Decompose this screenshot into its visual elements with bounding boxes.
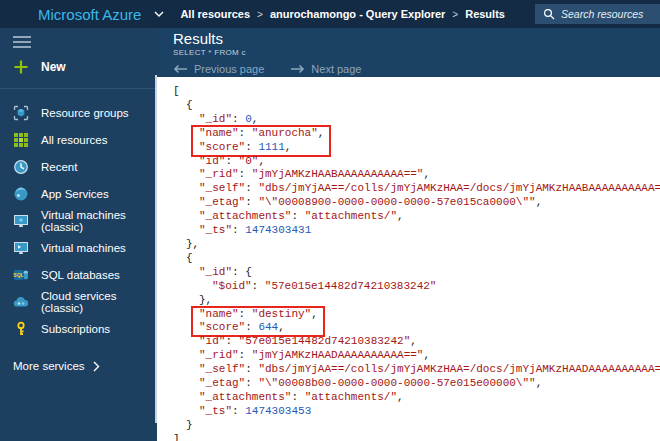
sidebar-divider: [0, 88, 157, 89]
sidebar-item-label: Resource groups: [41, 107, 129, 119]
search-input[interactable]: [561, 8, 656, 20]
json-line: "score": 1111,: [199, 141, 324, 155]
sidebar-nav: Resource groups All resources Recent: [0, 99, 157, 342]
sidebar-item-more-services[interactable]: More services: [0, 354, 157, 378]
json-line: },: [173, 238, 660, 252]
sidebar-item-app-services[interactable]: App Services: [0, 180, 157, 207]
json-line: "score": 644,: [199, 321, 318, 335]
sidebar-item-label: Subscriptions: [41, 323, 110, 335]
arrow-left-icon: [173, 64, 188, 74]
json-line: {: [173, 99, 660, 113]
arrow-right-icon: [290, 64, 305, 74]
cloud-services-icon: [13, 294, 29, 310]
json-line: "_rid": "jmYjAMKzHAADAAAAAAAAAA==",: [173, 349, 660, 363]
sidebar-item-all-resources[interactable]: All resources: [0, 126, 157, 153]
sql-databases-icon: SQL: [13, 267, 29, 283]
json-line: "id": "0",: [173, 155, 660, 169]
sidebar-item-virtual-machines-classic[interactable]: Virtual machines (classic): [0, 207, 157, 234]
sidebar-item-label: SQL databases: [41, 269, 120, 281]
paging-controls: Previous page Next page: [173, 63, 660, 75]
json-line: "_attachments": "attachments/",: [173, 210, 660, 224]
sidebar-item-virtual-machines[interactable]: Virtual machines: [0, 234, 157, 261]
json-line: }: [173, 419, 660, 433]
json-line: {: [173, 252, 660, 266]
results-blade-header: Results SELECT * FROM c Previous page Ne…: [157, 28, 660, 77]
json-line: "name": "anurocha",: [199, 127, 324, 141]
json-line: ]: [173, 433, 660, 441]
json-line: "_ts": 1474303453: [173, 405, 660, 419]
json-line: "_rid": "jmYjAMKzHAABAAAAAAAAAA==",: [173, 168, 660, 182]
json-line: "_ts": 1474303431: [173, 224, 660, 238]
hamburger-menu-icon[interactable]: [13, 36, 31, 48]
vm-icon: [13, 240, 29, 256]
sidebar-item-label: All resources: [41, 134, 107, 146]
resource-groups-icon: [13, 105, 29, 121]
sidebar-item-cloud-services-classic[interactable]: Cloud services (classic): [0, 288, 157, 315]
json-line: "_id": 0,: [173, 113, 660, 127]
previous-page-button[interactable]: Previous page: [173, 63, 264, 75]
json-line: "_etag": "\"00008b00-0000-0000-0000-57e0…: [173, 377, 660, 391]
breadcrumb-separator-icon: >: [257, 9, 263, 20]
json-line: "_etag": "\"00008900-0000-0000-0000-57e0…: [173, 196, 660, 210]
azure-logo[interactable]: Microsoft Azure: [38, 6, 141, 23]
sidebar-item-recent[interactable]: Recent: [0, 153, 157, 180]
json-line: "_id": {: [173, 266, 660, 280]
page-title: Results: [173, 30, 660, 47]
subscriptions-icon: [13, 321, 29, 337]
search-icon: [543, 8, 555, 20]
next-page-label: Next page: [311, 63, 361, 75]
sidebar-item-sql-databases[interactable]: SQL SQL databases: [0, 261, 157, 288]
query-text: SELECT * FROM c: [173, 48, 660, 57]
highlight-box: "name": "anurocha","score": 1111,: [191, 125, 331, 157]
breadcrumb-item-all-resources[interactable]: All resources: [180, 8, 250, 20]
breadcrumb-item-results[interactable]: Results: [465, 8, 505, 20]
sidebar-item-resource-groups[interactable]: Resource groups: [0, 99, 157, 126]
json-line: "_self": "dbs/jmYjAA==/colls/jmYjAMKzHAA…: [173, 182, 660, 196]
json-line: "name": "destiny",: [199, 308, 318, 322]
sidebar-item-label: Virtual machines: [41, 242, 126, 254]
sidebar-item-new[interactable]: New: [0, 48, 157, 85]
json-viewer: [{"_id": 0,"name": "anurocha","score": 1…: [157, 77, 660, 441]
vm-classic-icon: [13, 213, 29, 229]
json-line: "_self": "dbs/jmYjAA==/colls/jmYjAMKzHAA…: [173, 363, 660, 377]
json-line: "$oid": "57e015e14482d74210383242": [173, 280, 660, 294]
sidebar-item-label: Recent: [41, 161, 77, 173]
sidebar: New Resource groups All resources: [0, 28, 157, 441]
next-page-button[interactable]: Next page: [290, 63, 361, 75]
previous-page-label: Previous page: [194, 63, 264, 75]
plus-icon: [13, 59, 29, 75]
search-box[interactable]: [535, 4, 660, 24]
sidebar-item-label: Virtual machines (classic): [41, 209, 157, 233]
results-content: [{"_id": 0,"name": "anurocha","score": 1…: [157, 77, 660, 441]
breadcrumb-item-query-explorer[interactable]: anurochamongo - Query Explorer: [270, 8, 445, 20]
sidebar-item-label: New: [41, 60, 66, 74]
chevron-down-icon[interactable]: [154, 11, 164, 18]
top-bar: Microsoft Azure All resources > anurocha…: [0, 0, 660, 28]
svg-text:SQL: SQL: [13, 271, 23, 277]
sidebar-item-label: More services: [13, 360, 85, 372]
breadcrumb: All resources > anurochamongo - Query Ex…: [180, 8, 505, 20]
json-line: [: [173, 85, 660, 99]
sidebar-item-label: Cloud services (classic): [41, 290, 157, 314]
highlight-box: "name": "destiny","score": 644,: [191, 306, 325, 338]
json-line: "id": "57e015e14482d74210383242",: [173, 335, 660, 349]
recent-icon: [13, 159, 29, 175]
json-line: "_attachments": "attachments/",: [173, 391, 660, 405]
breadcrumb-separator-icon: >: [452, 9, 458, 20]
app-services-icon: [13, 186, 29, 202]
chevron-right-icon: [93, 361, 100, 372]
all-resources-icon: [13, 132, 29, 148]
sidebar-item-subscriptions[interactable]: Subscriptions: [0, 315, 157, 342]
sidebar-item-label: App Services: [41, 188, 109, 200]
